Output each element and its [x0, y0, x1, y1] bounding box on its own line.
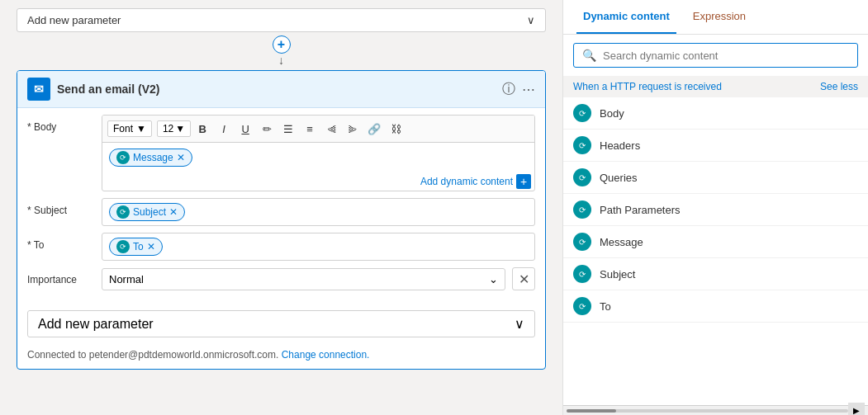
list-item[interactable]: ⟳ Queries — [563, 162, 868, 194]
dynamic-item-label: Subject — [600, 268, 635, 281]
link-button[interactable]: 🔗 — [364, 119, 384, 139]
align-right-button[interactable]: ⫸ — [343, 119, 363, 139]
list-item[interactable]: ⟳ Body — [563, 97, 868, 130]
list-item[interactable]: ⟳ Subject — [563, 258, 868, 290]
add-dynamic-button[interactable]: Add dynamic content + — [102, 172, 534, 191]
form-body: * Body Font ▼ 12 ▼ B I U — [17, 108, 545, 304]
list-item[interactable]: ⟳ To — [563, 290, 868, 323]
to-input[interactable]: ⟳ To ✕ — [102, 233, 535, 261]
add-step-button[interactable]: + — [273, 35, 291, 54]
see-less-button[interactable]: See less — [820, 81, 858, 92]
dynamic-item-label: Message — [600, 236, 643, 248]
subject-tag[interactable]: ⟳ Subject ✕ — [109, 203, 185, 221]
dynamic-item-label: Body — [600, 107, 624, 120]
subject-label: * Subject — [27, 198, 93, 216]
unlink-button[interactable]: ⛓ — [386, 119, 406, 139]
dynamic-content-list: ⟳ Body ⟳ Headers ⟳ Queries ⟳ Path Parame… — [563, 97, 868, 405]
section-header: When a HTTP request is received See less — [563, 76, 868, 97]
dynamic-item-icon: ⟳ — [573, 297, 591, 315]
to-tag-icon: ⟳ — [116, 240, 130, 253]
scrollbar-thumb — [567, 409, 616, 413]
card-actions: ⓘ ⋯ — [502, 81, 535, 98]
importance-chevron-icon: ⌄ — [489, 273, 498, 285]
pencil-button[interactable]: ✏ — [257, 119, 277, 139]
to-tag-close[interactable]: ✕ — [147, 241, 155, 252]
list-item[interactable]: ⟳ Path Parameters — [563, 194, 868, 226]
tab-expression[interactable]: Expression — [686, 0, 752, 34]
dynamic-item-icon: ⟳ — [573, 104, 591, 122]
scrollbar-area: ▶ — [563, 405, 868, 415]
more-button[interactable]: ⋯ — [522, 82, 535, 97]
dynamic-item-label: Queries — [600, 172, 638, 184]
right-panel: Dynamic content Expression 🔍 When a HTTP… — [562, 0, 868, 415]
arrow-icon: ↓ — [278, 54, 284, 67]
change-connection-link[interactable]: Change connection. — [282, 349, 370, 361]
subject-tag-icon: ⟳ — [116, 205, 130, 219]
message-tag-close[interactable]: ✕ — [177, 152, 185, 163]
bold-button[interactable]: B — [192, 119, 212, 139]
connector: + ↓ — [17, 32, 546, 70]
to-tag[interactable]: ⟳ To ✕ — [109, 238, 163, 256]
italic-button[interactable]: I — [214, 119, 234, 139]
subject-tag-close[interactable]: ✕ — [169, 206, 178, 218]
add-param-top[interactable]: Add new parameter ∨ — [17, 8, 546, 32]
add-param-bottom[interactable]: Add new parameter ∨ — [27, 310, 535, 337]
email-icon: ✉ — [34, 83, 44, 96]
importance-control: Normal ⌄ ✕ — [102, 267, 535, 290]
search-input[interactable] — [603, 50, 849, 62]
to-label: * To — [27, 233, 93, 251]
dynamic-item-icon: ⟳ — [573, 136, 591, 154]
subject-row: * Subject ⟳ Subject ✕ — [27, 198, 535, 226]
email-card-icon: ✉ — [27, 78, 50, 101]
add-param-top-label: Add new parameter — [27, 14, 121, 26]
add-dynamic-label: Add dynamic content — [420, 176, 513, 187]
right-panel-tabs: Dynamic content Expression — [563, 0, 868, 35]
subject-input[interactable]: ⟳ Subject ✕ — [102, 198, 535, 226]
list-num-button[interactable]: ≡ — [300, 119, 320, 139]
font-label: Font — [113, 123, 133, 134]
add-dynamic-plus-icon: + — [516, 174, 531, 189]
importance-clear-button[interactable]: ✕ — [512, 267, 535, 290]
message-tag-label: Message — [133, 152, 173, 163]
dynamic-item-icon: ⟳ — [573, 168, 591, 186]
importance-select[interactable]: Normal ⌄ — [102, 268, 505, 290]
font-size-value: 12 — [163, 123, 173, 134]
importance-row: Importance Normal ⌄ ✕ — [27, 267, 535, 290]
importance-label: Importance — [27, 267, 93, 285]
dynamic-item-icon: ⟳ — [573, 200, 591, 219]
to-row: * To ⟳ To ✕ — [27, 233, 535, 261]
message-tag-icon: ⟳ — [116, 151, 130, 164]
message-tag[interactable]: ⟳ Message ✕ — [109, 149, 192, 167]
underline-button[interactable]: U — [235, 119, 255, 139]
add-param-bottom-wrapper: Add new parameter ∨ — [17, 310, 545, 344]
list-item[interactable]: ⟳ Headers — [563, 130, 868, 162]
section-header-title: When a HTTP request is received — [573, 81, 722, 92]
scroll-right-button[interactable]: ▶ — [848, 403, 865, 416]
dynamic-item-label: To — [600, 300, 611, 313]
align-left-button[interactable]: ⫷ — [321, 119, 341, 139]
font-select[interactable]: Font ▼ — [107, 120, 152, 137]
body-content[interactable]: ⟳ Message ✕ — [102, 143, 534, 172]
add-param-bottom-chevron: ∨ — [515, 316, 524, 332]
body-row: * Body Font ▼ 12 ▼ B I U — [27, 115, 535, 191]
dynamic-item-label: Path Parameters — [600, 204, 681, 216]
tab-dynamic-content[interactable]: Dynamic content — [576, 0, 676, 34]
font-chevron-icon: ▼ — [136, 123, 146, 134]
card-footer: Connected to petender@pdtdemoworld.onmic… — [17, 344, 545, 369]
dynamic-item-icon: ⟳ — [573, 233, 591, 251]
email-card-header: ✉ Send an email (V2) ⓘ ⋯ — [17, 71, 545, 108]
dynamic-item-icon: ⟳ — [573, 265, 591, 283]
dynamic-item-label: Headers — [600, 139, 640, 152]
search-icon: 🔍 — [582, 49, 596, 62]
body-editor[interactable]: Font ▼ 12 ▼ B I U ✏ ☰ ≡ ⫷ — [102, 115, 535, 191]
size-chevron-icon: ▼ — [175, 123, 185, 134]
email-card: ✉ Send an email (V2) ⓘ ⋯ * Body Font ▼ — [17, 70, 546, 370]
list-item[interactable]: ⟳ Message — [563, 226, 868, 258]
list-bullet-button[interactable]: ☰ — [278, 119, 298, 139]
scrollbar-track — [567, 409, 848, 413]
font-size-select[interactable]: 12 ▼ — [157, 120, 191, 137]
body-label: * Body — [27, 115, 93, 133]
info-button[interactable]: ⓘ — [502, 81, 515, 98]
chevron-down-icon: ∨ — [527, 14, 535, 26]
search-box[interactable]: 🔍 — [573, 43, 858, 68]
